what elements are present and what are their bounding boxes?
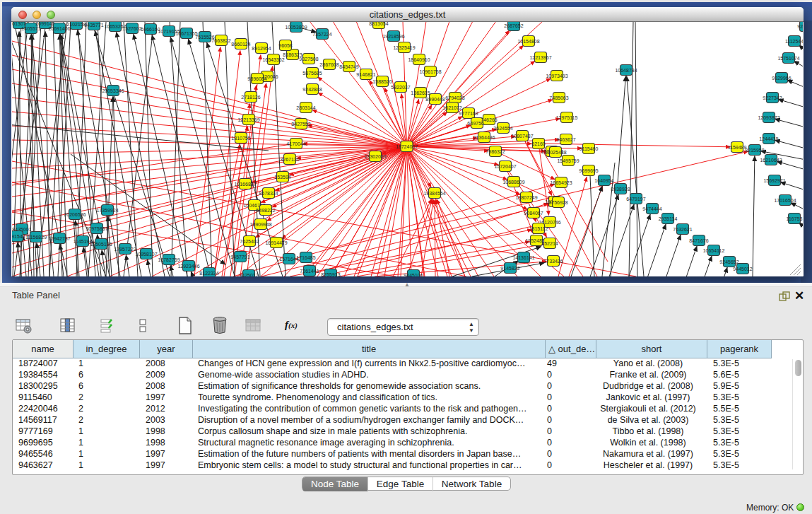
svg-text:8938928: 8938928 bbox=[611, 187, 630, 192]
svg-text:2718126: 2718126 bbox=[241, 95, 260, 100]
svg-text:4170044: 4170044 bbox=[286, 141, 305, 146]
svg-text:2102158: 2102158 bbox=[66, 22, 86, 27]
svg-text:8912954: 8912954 bbox=[252, 46, 271, 51]
svg-text:9457791: 9457791 bbox=[230, 255, 249, 259]
svg-text:62160: 62160 bbox=[531, 141, 546, 146]
svg-text:16654923: 16654923 bbox=[550, 180, 572, 185]
svg-text:9245652: 9245652 bbox=[719, 259, 739, 264]
svg-text:20053346: 20053346 bbox=[102, 88, 124, 93]
svg-text:16671355: 16671355 bbox=[175, 31, 197, 36]
svg-text:153594: 153594 bbox=[274, 175, 290, 180]
svg-text:10688609: 10688609 bbox=[502, 180, 524, 185]
svg-text:15495759: 15495759 bbox=[557, 158, 579, 163]
svg-text:2803144: 2803144 bbox=[296, 105, 315, 110]
svg-text:391544: 391544 bbox=[12, 234, 25, 239]
svg-text:8660124: 8660124 bbox=[231, 42, 250, 47]
svg-text:924501: 924501 bbox=[797, 24, 803, 29]
svg-text:2687652: 2687652 bbox=[504, 23, 523, 28]
svg-text:10807487: 10807487 bbox=[511, 134, 533, 139]
svg-text:12923446: 12923446 bbox=[177, 264, 199, 269]
svg-text:17359924: 17359924 bbox=[96, 208, 118, 213]
svg-text:12325419: 12325419 bbox=[393, 45, 415, 50]
svg-text:1815112: 1815112 bbox=[529, 226, 548, 231]
svg-text:10654112: 10654112 bbox=[703, 248, 725, 253]
svg-text:12975115: 12975115 bbox=[556, 115, 578, 120]
svg-text:8215958: 8215958 bbox=[745, 148, 764, 153]
svg-text:7986322: 7986322 bbox=[486, 149, 505, 154]
svg-text:1527602: 1527602 bbox=[122, 26, 141, 31]
svg-text:5875685: 5875685 bbox=[302, 71, 322, 76]
svg-text:10973493: 10973493 bbox=[546, 74, 567, 78]
svg-text:6794028: 6794028 bbox=[445, 95, 464, 100]
svg-text:23302033: 23302033 bbox=[364, 154, 386, 159]
svg-text:9242848: 9242848 bbox=[302, 87, 322, 92]
svg-text:16543362: 16543362 bbox=[262, 57, 284, 62]
svg-text:2935114: 2935114 bbox=[659, 216, 678, 221]
svg-text:1588520: 1588520 bbox=[372, 79, 392, 84]
svg-text:16210643: 16210643 bbox=[760, 158, 782, 163]
svg-text:252214: 252214 bbox=[541, 241, 558, 246]
svg-text:8255913: 8255913 bbox=[321, 272, 340, 276]
svg-text:11156829: 11156829 bbox=[25, 235, 47, 240]
svg-text:9445106: 9445106 bbox=[404, 273, 423, 276]
svg-text:7663822: 7663822 bbox=[211, 38, 230, 43]
svg-text:96058: 96058 bbox=[278, 43, 293, 48]
svg-text:1621072: 1621072 bbox=[442, 105, 461, 110]
svg-text:9435771: 9435771 bbox=[84, 23, 103, 28]
svg-text:7632621: 7632621 bbox=[673, 227, 692, 232]
svg-text:15751074: 15751074 bbox=[777, 56, 799, 61]
svg-text:9327508: 9327508 bbox=[299, 57, 318, 62]
svg-text:15692971: 15692971 bbox=[763, 178, 785, 183]
svg-text:9145822: 9145822 bbox=[500, 266, 519, 271]
svg-text:8186323: 8186323 bbox=[283, 52, 302, 57]
svg-text:7357224: 7357224 bbox=[312, 32, 331, 37]
svg-text:12505135: 12505135 bbox=[90, 242, 112, 247]
svg-text:1362615: 1362615 bbox=[411, 90, 430, 95]
svg-text:1405571: 1405571 bbox=[21, 26, 40, 31]
svg-text:1159489: 1159489 bbox=[728, 145, 747, 150]
svg-text:14136141: 14136141 bbox=[512, 255, 534, 260]
svg-text:116753: 116753 bbox=[787, 216, 803, 221]
svg-text:746266: 746266 bbox=[481, 117, 497, 122]
svg-text:9227342: 9227342 bbox=[763, 95, 782, 100]
svg-text:16782759: 16782759 bbox=[158, 257, 180, 262]
svg-text:3267130: 3267130 bbox=[280, 157, 299, 162]
svg-text:19384554: 19384554 bbox=[423, 191, 445, 196]
svg-text:8122334: 8122334 bbox=[199, 271, 218, 276]
svg-text:8813054: 8813054 bbox=[369, 22, 388, 26]
svg-text:7261441: 7261441 bbox=[300, 269, 319, 274]
svg-text:1733426: 1733426 bbox=[543, 259, 563, 264]
svg-text:10154808: 10154808 bbox=[517, 39, 539, 44]
svg-text:8990448: 8990448 bbox=[425, 97, 445, 102]
svg-text:18640910: 18640910 bbox=[408, 57, 430, 62]
svg-text:9115460: 9115460 bbox=[579, 146, 599, 151]
svg-text:17957223: 17957223 bbox=[114, 247, 136, 252]
svg-text:8427552: 8427552 bbox=[291, 122, 310, 127]
svg-text:20691406: 20691406 bbox=[48, 26, 70, 31]
svg-text:8454749: 8454749 bbox=[339, 64, 358, 69]
svg-text:5322037: 5322037 bbox=[391, 85, 410, 90]
svg-text:9474444: 9474444 bbox=[642, 206, 661, 211]
svg-text:21364436: 21364436 bbox=[473, 135, 495, 140]
svg-text:10053809: 10053809 bbox=[285, 25, 307, 30]
svg-text:10958107: 10958107 bbox=[135, 252, 157, 257]
svg-text:2867608: 2867608 bbox=[319, 62, 339, 67]
svg-text:1112544: 1112544 bbox=[785, 39, 803, 44]
svg-text:9756928: 9756928 bbox=[548, 200, 567, 205]
svg-text:16909948: 16909948 bbox=[249, 222, 271, 227]
svg-text:7485063: 7485063 bbox=[549, 95, 568, 100]
svg-text:9084067: 9084067 bbox=[524, 211, 543, 216]
svg-text:19166827: 19166827 bbox=[234, 182, 256, 187]
svg-text:18807249: 18807249 bbox=[515, 195, 537, 200]
svg-text:1640954: 1640954 bbox=[594, 178, 613, 183]
svg-text:9445012: 9445012 bbox=[733, 267, 752, 271]
svg-text:1244415: 1244415 bbox=[759, 136, 778, 141]
svg-text:6479197: 6479197 bbox=[626, 197, 645, 201]
svg-text:1810755: 1810755 bbox=[231, 136, 250, 141]
svg-text:5498222: 5498222 bbox=[256, 208, 275, 213]
svg-text:12093872: 12093872 bbox=[758, 115, 779, 120]
svg-text:17016504: 17016504 bbox=[774, 198, 796, 203]
svg-text:9896084: 9896084 bbox=[247, 76, 266, 81]
svg-text:10961758: 10961758 bbox=[419, 69, 441, 74]
svg-text:3624554: 3624554 bbox=[493, 126, 512, 131]
